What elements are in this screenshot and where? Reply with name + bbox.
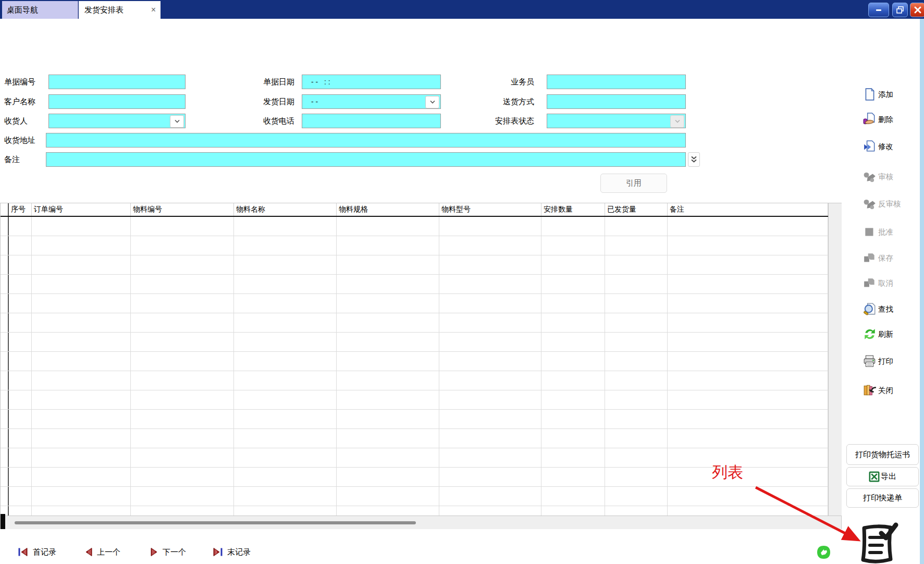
table-cell[interactable]	[131, 352, 234, 371]
table-cell[interactable]	[439, 313, 541, 332]
table-cell[interactable]	[131, 371, 234, 390]
doc-no-input[interactable]	[48, 75, 186, 89]
table-cell[interactable]	[605, 236, 668, 255]
table-row[interactable]	[1, 294, 841, 313]
table-cell[interactable]	[337, 448, 439, 467]
column-header-8[interactable]: 已发货量	[605, 203, 668, 216]
table-cell[interactable]	[234, 313, 337, 332]
table-cell[interactable]	[541, 429, 605, 448]
table-cell[interactable]	[668, 448, 828, 467]
horizontal-scrollbar-thumb[interactable]	[15, 521, 416, 524]
horizontal-scrollbar[interactable]	[1, 516, 841, 529]
table-cell[interactable]	[668, 294, 828, 313]
table-cell[interactable]	[668, 390, 828, 409]
row-selector-cell[interactable]	[1, 429, 9, 448]
row-selector-cell[interactable]	[1, 333, 9, 351]
column-header-6[interactable]: 物料型号	[439, 203, 541, 216]
table-cell[interactable]	[668, 410, 828, 428]
table-cell[interactable]	[234, 448, 337, 467]
customer-input[interactable]	[48, 94, 186, 109]
row-selector-cell[interactable]	[1, 410, 9, 428]
table-cell[interactable]	[234, 294, 337, 313]
table-cell[interactable]	[234, 371, 337, 390]
table-cell[interactable]	[32, 429, 131, 448]
table-cell[interactable]	[337, 371, 439, 390]
table-cell[interactable]	[337, 236, 439, 255]
table-cell[interactable]	[668, 352, 828, 371]
table-cell[interactable]	[541, 294, 605, 313]
table-cell[interactable]	[32, 448, 131, 467]
table-cell[interactable]	[337, 410, 439, 428]
sidebar-button-close[interactable]: 关闭	[863, 383, 921, 398]
table-cell[interactable]	[439, 217, 541, 236]
table-cell[interactable]	[668, 236, 828, 255]
table-row[interactable]	[1, 333, 841, 352]
table-cell[interactable]	[32, 294, 131, 313]
table-cell[interactable]	[131, 390, 234, 409]
table-cell[interactable]	[439, 352, 541, 371]
table-cell[interactable]	[32, 236, 131, 255]
row-selector-cell[interactable]	[1, 352, 9, 371]
sidebar-button-find[interactable]: 查找	[863, 301, 921, 317]
table-cell[interactable]	[9, 217, 32, 236]
table-cell[interactable]	[439, 236, 541, 255]
table-cell[interactable]	[541, 352, 605, 371]
table-cell[interactable]	[439, 371, 541, 390]
table-cell[interactable]	[131, 275, 234, 293]
table-cell[interactable]	[9, 448, 32, 467]
table-cell[interactable]	[32, 352, 131, 371]
table-cell[interactable]	[9, 255, 32, 274]
salesman-input[interactable]	[547, 75, 686, 89]
table-cell[interactable]	[9, 410, 32, 428]
consignee-combo[interactable]	[48, 114, 186, 128]
table-cell[interactable]	[541, 410, 605, 428]
table-cell[interactable]	[605, 468, 668, 486]
first-record-button[interactable]: 首记录	[18, 545, 56, 559]
ship-date-combo[interactable]: - -	[302, 94, 441, 109]
table-cell[interactable]	[9, 487, 32, 506]
table-cell[interactable]	[541, 390, 605, 409]
table-cell[interactable]	[605, 429, 668, 448]
table-cell[interactable]	[234, 255, 337, 274]
table-cell[interactable]	[605, 255, 668, 274]
table-cell[interactable]	[337, 487, 439, 506]
table-cell[interactable]	[131, 468, 234, 486]
row-selector-cell[interactable]	[1, 255, 9, 274]
table-cell[interactable]	[131, 294, 234, 313]
table-cell[interactable]	[32, 371, 131, 390]
address-input[interactable]	[46, 133, 686, 148]
table-cell[interactable]	[9, 236, 32, 255]
table-cell[interactable]	[439, 333, 541, 351]
table-cell[interactable]	[234, 468, 337, 486]
remark-input[interactable]	[46, 152, 686, 167]
table-cell[interactable]	[131, 255, 234, 274]
table-cell[interactable]	[541, 236, 605, 255]
table-row[interactable]	[1, 487, 841, 506]
table-cell[interactable]	[605, 313, 668, 332]
table-cell[interactable]	[32, 313, 131, 332]
row-selector-cell[interactable]	[1, 448, 9, 467]
table-cell[interactable]	[32, 468, 131, 486]
column-header-1[interactable]: 序号	[9, 203, 32, 216]
table-cell[interactable]	[9, 352, 32, 371]
table-cell[interactable]	[439, 390, 541, 409]
table-cell[interactable]	[234, 333, 337, 351]
quote-button[interactable]: 引用	[600, 174, 667, 193]
restore-button[interactable]	[892, 3, 908, 17]
table-cell[interactable]	[234, 487, 337, 506]
remark-expand-button[interactable]	[688, 152, 700, 167]
table-row[interactable]	[1, 275, 841, 294]
table-cell[interactable]	[439, 410, 541, 428]
table-cell[interactable]	[131, 410, 234, 428]
table-cell[interactable]	[337, 390, 439, 409]
row-selector-cell[interactable]	[1, 371, 9, 390]
table-cell[interactable]	[439, 294, 541, 313]
table-cell[interactable]	[131, 333, 234, 351]
table-cell[interactable]	[337, 429, 439, 448]
table-cell[interactable]	[32, 255, 131, 274]
table-row[interactable]	[1, 255, 841, 275]
table-cell[interactable]	[337, 217, 439, 236]
table-cell[interactable]	[605, 487, 668, 506]
column-header-4[interactable]: 物料名称	[234, 203, 337, 216]
doc-date-input[interactable]: - - : :	[302, 75, 441, 89]
